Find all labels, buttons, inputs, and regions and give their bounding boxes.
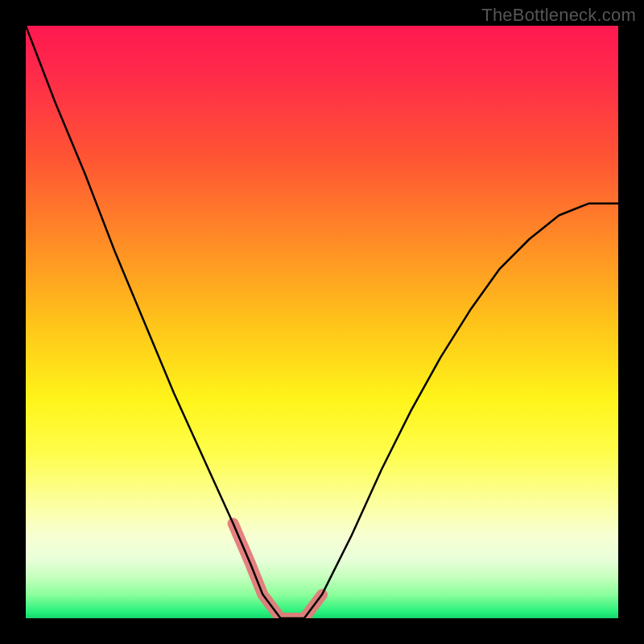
main-curve: [26, 26, 618, 618]
chart-frame: TheBottleneck.com: [0, 0, 644, 644]
curve-layer: [26, 26, 618, 618]
highlight-segment: [233, 523, 322, 618]
watermark-text: TheBottleneck.com: [481, 5, 636, 26]
plot-area: [26, 26, 618, 618]
